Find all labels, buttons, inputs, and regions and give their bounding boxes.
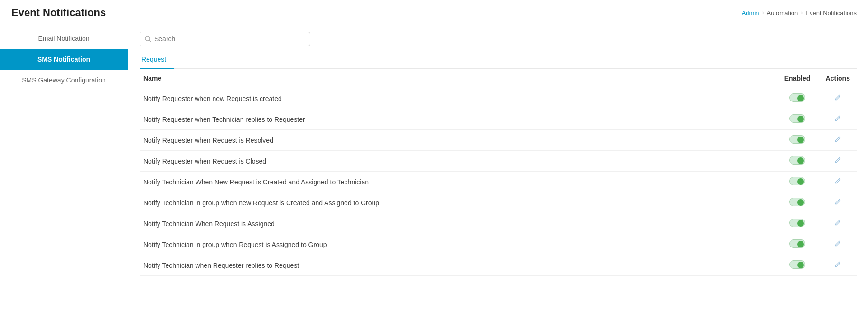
row-actions: [819, 172, 857, 192]
toggle-track: [789, 219, 805, 227]
row-actions: [819, 109, 857, 130]
svg-line-4: [839, 137, 840, 138]
page-title: Event Notifications: [11, 7, 106, 19]
edit-icon[interactable]: [834, 241, 841, 249]
row-enabled[interactable]: [776, 130, 819, 151]
toggle-knob: [797, 137, 804, 143]
table-row: Notify Technician in group when Request …: [140, 234, 857, 255]
search-input[interactable]: [154, 35, 305, 43]
table-row: Notify Requester when new Request is cre…: [140, 88, 857, 109]
edit-icon[interactable]: [834, 199, 841, 207]
table-row: Notify Technician in group when new Requ…: [140, 192, 857, 213]
toggle-knob: [797, 199, 804, 206]
breadcrumb-sep-2: ›: [801, 9, 803, 16]
edit-icon[interactable]: [834, 178, 841, 186]
row-actions: [819, 255, 857, 276]
toggle-switch[interactable]: [789, 198, 805, 206]
toggle-knob: [797, 157, 804, 164]
row-name: Notify Technician When New Request is Cr…: [140, 172, 776, 192]
table-row: Notify Technician When New Request is Cr…: [140, 172, 857, 192]
row-actions: [819, 192, 857, 213]
row-name: Notify Requester when Request is Resolve…: [140, 130, 776, 151]
row-enabled[interactable]: [776, 234, 819, 255]
top-header: Event Notifications Admin › Automation ›…: [0, 0, 868, 24]
edit-icon[interactable]: [834, 220, 841, 228]
breadcrumb-automation: Automation: [767, 9, 798, 17]
content-area: Request Name Enabled Actions Notify Requ…: [128, 24, 868, 307]
edit-icon[interactable]: [834, 157, 841, 165]
toggle-knob: [797, 241, 804, 247]
table-row: Notify Technician When Request is Assign…: [140, 213, 857, 234]
row-name: Notify Requester when Technician replies…: [140, 109, 776, 130]
table-row: Notify Requester when Request is Closed: [140, 151, 857, 172]
row-enabled[interactable]: [776, 255, 819, 276]
search-icon: [145, 36, 151, 42]
toggle-knob: [797, 178, 804, 185]
toggle-track: [789, 93, 805, 102]
tab-request[interactable]: Request: [140, 52, 174, 69]
table-row: Notify Technician when Requester replies…: [140, 255, 857, 276]
col-header-actions: Actions: [819, 69, 857, 88]
edit-icon[interactable]: [834, 95, 841, 103]
row-name: Notify Requester when Request is Closed: [140, 151, 776, 172]
breadcrumb-sep-1: ›: [762, 9, 764, 16]
table-row: Notify Requester when Request is Resolve…: [140, 130, 857, 151]
sidebar-item-sms-gateway-configuration[interactable]: SMS Gateway Configuration: [0, 70, 128, 91]
svg-line-9: [839, 242, 840, 243]
sidebar: Email Notification SMS Notification SMS …: [0, 24, 128, 307]
svg-line-8: [839, 221, 840, 222]
row-name: Notify Technician When Request is Assign…: [140, 213, 776, 234]
toggle-switch[interactable]: [789, 156, 805, 165]
svg-line-1: [149, 40, 151, 42]
toggle-switch[interactable]: [789, 114, 805, 123]
toggle-switch[interactable]: [789, 177, 805, 185]
svg-line-3: [839, 117, 840, 118]
row-actions: [819, 88, 857, 109]
row-enabled[interactable]: [776, 88, 819, 109]
toggle-track: [789, 260, 805, 269]
toggle-track: [789, 156, 805, 165]
toggle-knob: [797, 262, 804, 268]
row-enabled[interactable]: [776, 109, 819, 130]
toggle-track: [789, 177, 805, 185]
sidebar-item-email-notification[interactable]: Email Notification: [0, 28, 128, 49]
main-layout: Email Notification SMS Notification SMS …: [0, 24, 868, 307]
toggle-track: [789, 239, 805, 248]
notifications-table: Name Enabled Actions Notify Requester wh…: [140, 69, 857, 276]
row-name: Notify Technician in group when new Requ…: [140, 192, 776, 213]
edit-icon[interactable]: [834, 262, 841, 270]
row-enabled[interactable]: [776, 192, 819, 213]
toggle-knob: [797, 116, 804, 122]
col-header-enabled: Enabled: [776, 69, 819, 88]
row-enabled[interactable]: [776, 151, 819, 172]
toggle-track: [789, 114, 805, 123]
toggle-switch[interactable]: [789, 239, 805, 248]
row-name: Notify Technician when Requester replies…: [140, 255, 776, 276]
row-name: Notify Requester when new Request is cre…: [140, 88, 776, 109]
row-actions: [819, 234, 857, 255]
toggle-track: [789, 135, 805, 144]
svg-line-2: [839, 96, 840, 97]
svg-line-5: [839, 158, 840, 159]
row-actions: [819, 213, 857, 234]
row-enabled[interactable]: [776, 213, 819, 234]
toggle-switch[interactable]: [789, 260, 805, 269]
toggle-switch[interactable]: [789, 135, 805, 144]
tabs: Request: [140, 52, 857, 69]
svg-line-10: [839, 263, 840, 264]
edit-icon[interactable]: [834, 116, 841, 124]
row-actions: [819, 130, 857, 151]
toggle-knob: [797, 220, 804, 227]
sidebar-item-sms-notification[interactable]: SMS Notification: [0, 49, 128, 70]
search-bar-wrapper: [140, 32, 857, 46]
toggle-switch[interactable]: [789, 219, 805, 227]
breadcrumb: Admin › Automation › Event Notifications: [742, 9, 857, 17]
edit-icon[interactable]: [834, 137, 841, 145]
breadcrumb-admin[interactable]: Admin: [742, 9, 759, 17]
table-row: Notify Requester when Technician replies…: [140, 109, 857, 130]
toggle-switch[interactable]: [789, 93, 805, 102]
table-container: Name Enabled Actions Notify Requester wh…: [140, 69, 857, 276]
row-enabled[interactable]: [776, 172, 819, 192]
toggle-knob: [797, 95, 804, 101]
svg-line-6: [839, 179, 840, 180]
